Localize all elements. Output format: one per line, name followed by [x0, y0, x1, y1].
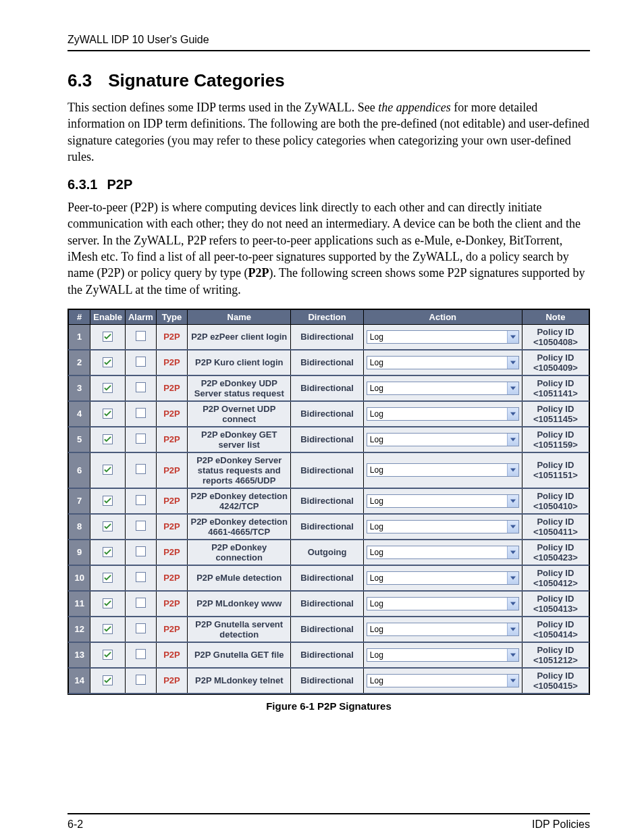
enable-checkbox[interactable] [103, 434, 113, 444]
chevron-down-icon [507, 572, 518, 584]
svg-marker-0 [510, 336, 516, 339]
alarm-checkbox[interactable] [136, 598, 146, 608]
action-select[interactable]: Log [367, 520, 519, 533]
enable-checkbox[interactable] [103, 573, 113, 583]
action-select[interactable]: Log [367, 382, 519, 395]
enable-cell [90, 642, 126, 668]
alarm-checkbox[interactable] [136, 357, 146, 367]
enable-checkbox[interactable] [103, 547, 113, 557]
enable-cell [90, 540, 126, 565]
col-name: Name [188, 309, 291, 324]
name-cell: P2P ezPeer client login [188, 324, 291, 350]
chevron-down-icon [507, 331, 518, 343]
name-cell: P2P eDonkey Server status requests and r… [188, 452, 291, 488]
action-cell: Log [363, 452, 522, 488]
section-title: Signature Categories [108, 70, 285, 90]
action-select[interactable]: Log [367, 571, 519, 585]
name-cell: P2P MLdonkey telnet [188, 668, 291, 694]
alarm-cell [125, 642, 156, 668]
enable-checkbox[interactable] [103, 465, 113, 475]
alarm-checkbox[interactable] [136, 382, 146, 392]
action-select[interactable]: Log [367, 494, 519, 508]
note-cell: Policy ID<1051212> [522, 642, 589, 668]
action-select-value: Log [367, 465, 507, 475]
action-select[interactable]: Log [367, 433, 519, 446]
type-cell: P2P [156, 452, 187, 488]
enable-checkbox[interactable] [103, 650, 113, 660]
table-row: 11P2PP2P MLdonkey wwwBidirectionalLogPol… [69, 591, 589, 617]
enable-checkbox[interactable] [103, 598, 113, 608]
name-cell: P2P Overnet UDP connect [188, 401, 291, 427]
chevron-down-icon [507, 408, 518, 420]
alarm-checkbox[interactable] [136, 408, 146, 418]
type-cell: P2P [156, 642, 187, 668]
enable-checkbox[interactable] [103, 409, 113, 419]
action-select-value: Log [367, 522, 507, 531]
note-cell: Policy ID<1050415> [522, 668, 589, 694]
alarm-checkbox[interactable] [136, 464, 146, 474]
enable-cell [90, 668, 126, 694]
action-select[interactable]: Log [367, 674, 519, 687]
action-select[interactable]: Log [367, 546, 519, 559]
direction-cell: Bidirectional [291, 514, 363, 540]
row-number: 3 [69, 375, 90, 401]
alarm-checkbox[interactable] [136, 649, 146, 659]
section-heading: 6.3Signature Categories [68, 70, 590, 91]
chevron-down-icon [507, 649, 518, 661]
enable-checkbox[interactable] [103, 624, 113, 634]
alarm-checkbox[interactable] [136, 521, 146, 531]
note-cell: Policy ID<1050410> [522, 488, 589, 514]
enable-checkbox[interactable] [103, 332, 113, 342]
table-row: 14P2PP2P MLdonkey telnetBidirectionalLog… [69, 668, 589, 694]
row-number: 10 [69, 565, 90, 591]
action-select[interactable]: Log [367, 597, 519, 610]
action-cell: Log [363, 668, 522, 694]
alarm-checkbox[interactable] [136, 331, 146, 341]
name-cell: P2P MLdonkey www [188, 591, 291, 617]
alarm-checkbox[interactable] [136, 495, 146, 505]
enable-cell [90, 514, 126, 540]
alarm-checkbox[interactable] [136, 434, 146, 444]
alarm-checkbox[interactable] [136, 572, 146, 582]
subsection-number: 6.3.1 [68, 177, 97, 192]
table-row: 10P2PP2P eMule detectionBidirectionalLog… [69, 565, 589, 591]
enable-cell [90, 427, 126, 452]
enable-cell [90, 565, 126, 591]
table-row: 5P2PP2P eDonkey GET server listBidirecti… [69, 427, 589, 452]
enable-checkbox[interactable] [103, 357, 113, 367]
enable-checkbox[interactable] [103, 383, 113, 393]
intro-text-1: This section defines some IDP terms used… [68, 101, 378, 114]
alarm-checkbox[interactable] [136, 546, 146, 556]
subsection-title: P2P [107, 177, 132, 192]
action-select[interactable]: Log [367, 623, 519, 636]
row-number: 1 [69, 324, 90, 350]
svg-marker-12 [510, 654, 516, 657]
alarm-checkbox[interactable] [136, 623, 146, 633]
direction-cell: Bidirectional [291, 488, 363, 514]
chevron-down-icon [507, 598, 518, 610]
direction-cell: Bidirectional [291, 565, 363, 591]
enable-checkbox[interactable] [103, 675, 113, 685]
note-cell: Policy ID<1051141> [522, 375, 589, 401]
enable-checkbox[interactable] [103, 496, 113, 506]
enable-cell [90, 452, 126, 488]
enable-checkbox[interactable] [103, 521, 113, 531]
alarm-cell [125, 427, 156, 452]
action-select[interactable]: Log [367, 356, 519, 369]
signature-table: # Enable Alarm Type Name Direction Actio… [68, 309, 589, 694]
table-row: 7P2PP2P eDonkey detection 4242/TCPBidire… [69, 488, 589, 514]
chevron-down-icon [507, 357, 518, 369]
action-select[interactable]: Log [367, 463, 519, 477]
action-cell: Log [363, 591, 522, 617]
action-select[interactable]: Log [367, 648, 519, 662]
note-cell: Policy ID<1050409> [522, 350, 589, 375]
intro-em: the appendices [378, 101, 450, 114]
action-select[interactable]: Log [367, 330, 519, 344]
alarm-cell [125, 540, 156, 565]
action-select[interactable]: Log [367, 407, 519, 421]
row-number: 2 [69, 350, 90, 375]
alarm-checkbox[interactable] [136, 675, 146, 685]
enable-cell [90, 617, 126, 642]
action-select-value: Log [367, 384, 507, 393]
action-cell: Log [363, 488, 522, 514]
